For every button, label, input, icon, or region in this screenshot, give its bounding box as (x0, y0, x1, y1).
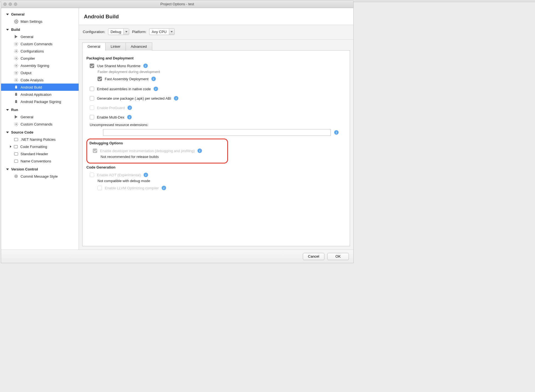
option-embed[interactable]: Embed assemblies in native code i (86, 86, 346, 92)
gear-icon (14, 19, 18, 24)
option-aot: Enable AOT (Experimental) i (86, 172, 346, 178)
option-label: Embed assemblies in native code (97, 87, 151, 91)
sidebar-group-label: General (11, 12, 24, 16)
sidebar-item-label: Android Build (21, 85, 42, 89)
sidebar-item-standard-header[interactable]: Standard Header (1, 150, 79, 157)
sidebar-item-net-naming[interactable]: .NET Naming Policies (1, 136, 79, 143)
sidebar-item-commit-message-style[interactable]: Commit Message Style (1, 173, 79, 180)
sidebar-group-label: Version Control (11, 167, 38, 171)
checkbox-per-abi[interactable] (90, 96, 94, 100)
sidebar-item-android-build[interactable]: Android Build (1, 84, 79, 91)
info-icon[interactable]: i (127, 115, 132, 119)
chevron-down-icon[interactable] (123, 29, 129, 35)
android-icon (14, 92, 18, 97)
sidebar-item-label: General (21, 115, 33, 119)
configuration-label: Configuration: (83, 30, 105, 34)
sidebar-group-version-control[interactable]: Version Control (1, 166, 79, 173)
sidebar-item-code-formatting[interactable]: Code Formatting (1, 143, 79, 150)
sidebar-item-label: Compiler (21, 56, 35, 61)
sidebar-item-main-settings[interactable]: Main Settings (1, 18, 79, 25)
checkbox-shared-mono[interactable] (90, 64, 94, 68)
option-fast-assembly[interactable]: Fast Assembly Deployment i (86, 76, 346, 82)
info-icon[interactable]: i (151, 77, 156, 81)
sidebar-item-label: Main Settings (21, 19, 42, 24)
gear-icon (14, 49, 18, 53)
svg-point-0 (16, 21, 17, 22)
svg-point-6 (16, 72, 17, 73)
info-icon[interactable]: i (154, 87, 158, 91)
play-icon (14, 34, 18, 39)
sidebar-item-configurations[interactable]: Configurations (1, 47, 79, 55)
checkbox-fast-assembly[interactable] (98, 77, 102, 81)
sidebar-item-android-package-signing[interactable]: Android Package Signing (1, 98, 79, 105)
option-multidex[interactable]: Enable Multi-Dex i (86, 114, 346, 120)
chevron-down-icon[interactable] (169, 29, 174, 35)
checkbox-embed[interactable] (90, 87, 94, 91)
option-label: Enable developer instrumentation (debugg… (100, 149, 195, 153)
gear-icon (14, 122, 18, 126)
sidebar-item-name-conventions[interactable]: Name Conventions (1, 157, 79, 165)
tab-advanced[interactable]: Advanced (126, 42, 152, 51)
info-icon[interactable]: i (198, 149, 202, 153)
cancel-button[interactable]: Cancel (303, 253, 324, 260)
platform-value: Any CPU (149, 30, 169, 34)
platform-dropdown[interactable]: Any CPU (149, 28, 174, 35)
chevron-down-icon (6, 169, 9, 170)
sidebar-group-label: Build (11, 27, 20, 32)
android-icon (14, 99, 18, 104)
play-icon (14, 115, 18, 119)
option-llvm: Enable LLVM Optimizing compiler i (86, 185, 346, 191)
uncompressed-input[interactable] (103, 129, 331, 136)
android-icon (14, 85, 18, 89)
tab-general[interactable]: General (82, 42, 105, 51)
option-label: Enable Multi-Dex (97, 115, 124, 119)
checkbox-llvm (98, 186, 102, 190)
page-title: Android Build (79, 8, 353, 25)
svg-marker-1 (15, 35, 18, 38)
sidebar-item-assembly-signing[interactable]: Assembly Signing (1, 62, 79, 69)
info-icon[interactable]: i (334, 130, 339, 135)
sidebar-item-label: General (21, 35, 33, 39)
sidebar-group-run[interactable]: Run (1, 106, 79, 113)
chevron-down-icon (6, 14, 9, 15)
sidebar-item-label: Commit Message Style (21, 174, 58, 179)
info-icon[interactable]: i (143, 64, 148, 68)
sidebar-item-custom-commands[interactable]: Custom Commands (1, 40, 79, 47)
sidebar-item-build-general[interactable]: General (1, 33, 79, 40)
sidebar-group-general[interactable]: General (1, 11, 79, 18)
sidebar-item-run-general[interactable]: General (1, 113, 79, 120)
info-icon[interactable]: i (174, 96, 178, 100)
chevron-right-icon (10, 145, 11, 148)
sidebar-item-label: Code Analysis (21, 78, 43, 82)
info-icon[interactable]: i (144, 173, 148, 177)
svg-point-2 (16, 43, 17, 44)
sidebar-item-label: Configurations (21, 49, 44, 53)
info-icon[interactable]: i (162, 186, 166, 190)
configuration-dropdown[interactable]: Debug (108, 28, 129, 35)
sidebar-item-code-analysis[interactable]: Code Analysis (1, 76, 79, 84)
sidebar-item-output[interactable]: Output (1, 69, 79, 76)
info-icon[interactable]: i (128, 105, 132, 110)
configuration-value: Debug (108, 30, 123, 34)
sidebar-item-run-custom-commands[interactable]: Custom Commands (1, 120, 79, 128)
option-shared-mono[interactable]: Use Shared Mono Runtime i (86, 62, 346, 69)
sidebar-item-label: Output (21, 71, 31, 75)
sidebar-item-label: Custom Commands (21, 42, 52, 46)
option-label: Fast Assembly Deployment (105, 77, 149, 81)
config-bar: Configuration: Debug Platform: Any CPU (79, 25, 353, 40)
sidebar-item-label: Code Formatting (20, 145, 47, 149)
box-icon (14, 144, 18, 149)
sidebar-group-build[interactable]: Build (1, 26, 79, 33)
sidebar-item-android-application[interactable]: Android Application (1, 91, 79, 98)
sidebar-group-source-code[interactable]: Source Code (1, 129, 79, 136)
gear-icon (14, 78, 18, 82)
gear-icon (14, 42, 18, 46)
ok-button[interactable]: OK (327, 253, 349, 260)
option-per-abi[interactable]: Generate one package (.apk) per selected… (86, 95, 346, 102)
tab-linker[interactable]: Linker (105, 42, 125, 51)
checkbox-multidex[interactable] (90, 115, 94, 119)
option-label: Enable AOT (Experimental) (97, 173, 141, 177)
titlebar: Project Options - test (1, 0, 353, 8)
debugging-highlight: Debugging Options Enable developer instr… (86, 139, 228, 164)
sidebar-item-compiler[interactable]: Compiler (1, 55, 79, 62)
